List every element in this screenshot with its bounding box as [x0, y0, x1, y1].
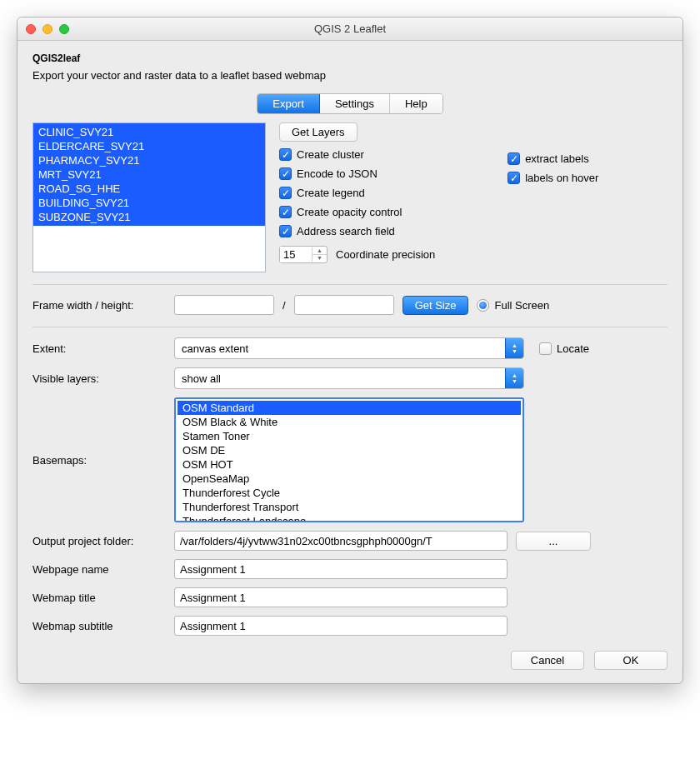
check-label: Address search field — [297, 225, 395, 237]
webpage-name-input[interactable] — [174, 559, 508, 579]
precision-stepper[interactable]: ▲▼ — [279, 246, 328, 263]
check-json[interactable]: ✓Encode to JSON — [279, 167, 508, 180]
webmap-title-input[interactable] — [174, 587, 508, 607]
layer-selection: CLINIC_SVY21 ELDERCARE_SVY21 PHARMACY_SV… — [33, 123, 265, 226]
footer: Cancel OK — [32, 651, 668, 670]
check-label: Create opacity control — [297, 206, 402, 218]
basemap-item[interactable]: Thunderforest Transport — [178, 500, 521, 514]
options: Get Layers ✓Create cluster ✓Encode to JS… — [279, 122, 668, 263]
checkbox-icon: ✓ — [279, 206, 292, 218]
output-folder-label: Output project folder: — [32, 535, 166, 547]
check-search[interactable]: ✓Address search field — [279, 225, 508, 237]
divider — [32, 284, 668, 285]
basemap-item[interactable]: Thunderforest Cycle — [178, 486, 521, 500]
visible-label: Visible layers: — [32, 372, 166, 385]
precision-input[interactable] — [280, 247, 312, 262]
webmap-subtitle-label: Webmap subtitle — [32, 620, 166, 632]
radio-icon — [477, 299, 489, 312]
check-labels-hover[interactable]: ✓labels on hover — [508, 172, 668, 184]
options-right: ✓extract labels ✓labels on hover — [508, 122, 668, 263]
basemaps-row: Basemaps: OSM Standard OSM Black & White… — [32, 397, 668, 522]
content: QGIS2leaf Export your vector and raster … — [18, 41, 682, 683]
frame-width-input[interactable] — [174, 295, 274, 315]
full-screen-label: Full Screen — [494, 299, 549, 312]
tab-help[interactable]: Help — [390, 94, 442, 113]
checkbox-icon: ✓ — [279, 187, 292, 199]
basemap-item[interactable]: OSM HOT — [178, 457, 521, 472]
check-label: extract labels — [525, 152, 589, 165]
check-cluster[interactable]: ✓Create cluster — [279, 148, 508, 161]
top-row: CLINIC_SVY21 ELDERCARE_SVY21 PHARMACY_SV… — [32, 122, 668, 272]
browse-button[interactable]: ... — [516, 532, 591, 551]
webmap-subtitle-input[interactable] — [174, 616, 508, 636]
get-size-button[interactable]: Get Size — [402, 296, 469, 315]
layer-list[interactable]: CLINIC_SVY21 ELDERCARE_SVY21 PHARMACY_SV… — [32, 122, 266, 272]
get-layers-button[interactable]: Get Layers — [279, 122, 358, 142]
output-folder-row: Output project folder: ... — [32, 531, 668, 551]
webpage-name-row: Webpage name — [32, 559, 668, 579]
layer-item[interactable]: PHARMACY_SVY21 — [38, 153, 260, 167]
tab-settings[interactable]: Settings — [320, 94, 390, 113]
frame-height-input[interactable] — [294, 295, 394, 315]
checkbox-icon — [539, 342, 552, 355]
check-label: Encode to JSON — [297, 167, 378, 180]
checkbox-icon: ✓ — [279, 167, 292, 180]
locate-check[interactable]: Locate — [539, 342, 589, 355]
precision-label: Coordinate precision — [336, 248, 435, 261]
titlebar: QGIS 2 Leaflet — [18, 17, 682, 41]
check-legend[interactable]: ✓Create legend — [279, 187, 508, 199]
locate-label: Locate — [557, 342, 589, 355]
layer-item[interactable]: CLINIC_SVY21 — [38, 125, 260, 139]
app-name: QGIS2leaf — [32, 52, 668, 64]
layer-item[interactable]: MRT_SVY21 — [38, 167, 260, 182]
visible-value: show all — [182, 372, 221, 385]
check-opacity[interactable]: ✓Create opacity control — [279, 206, 508, 218]
chevron-down-icon[interactable]: ▼ — [312, 255, 327, 262]
webpage-name-label: Webpage name — [32, 563, 166, 576]
layer-item[interactable]: SUBZONE_SVY21 — [38, 210, 260, 224]
webmap-title-row: Webmap title — [32, 587, 668, 607]
basemap-item[interactable]: Thunderforest Landscape — [178, 514, 521, 522]
precision-row: ▲▼ Coordinate precision — [279, 246, 508, 263]
checkbox-icon: ✓ — [508, 172, 520, 184]
full-screen-radio[interactable]: Full Screen — [477, 299, 549, 312]
basemap-item[interactable]: OSM Standard — [178, 401, 521, 415]
window-title: QGIS 2 Leaflet — [18, 22, 682, 35]
layer-item[interactable]: BUILDING_SVY21 — [38, 196, 260, 210]
tab-segment: Export Settings Help — [257, 93, 442, 114]
tab-bar: Export Settings Help — [32, 93, 668, 114]
ok-button[interactable]: OK — [594, 651, 668, 670]
checkbox-icon: ✓ — [508, 152, 520, 165]
frame-sep: / — [282, 299, 286, 312]
check-label: labels on hover — [525, 172, 598, 184]
checkbox-icon: ✓ — [279, 225, 292, 237]
check-label: Create cluster — [297, 148, 364, 161]
chevron-up-icon[interactable]: ▲ — [312, 247, 327, 255]
basemap-item[interactable]: OSM DE — [178, 443, 521, 457]
extent-select[interactable]: canvas extent ▲▼ — [174, 337, 524, 359]
layer-item[interactable]: ELDERCARE_SVY21 — [38, 139, 260, 153]
options-left: Get Layers ✓Create cluster ✓Encode to JS… — [279, 122, 508, 263]
basemap-item[interactable]: Stamen Toner — [178, 429, 521, 443]
basemaps-label: Basemaps: — [32, 454, 166, 467]
basemap-list[interactable]: OSM Standard OSM Black & White Stamen To… — [174, 397, 524, 522]
stepper-arrows[interactable]: ▲▼ — [312, 247, 327, 262]
cancel-button[interactable]: Cancel — [511, 651, 584, 670]
check-extract-labels[interactable]: ✓extract labels — [508, 152, 668, 165]
extent-label: Extent: — [32, 342, 166, 355]
basemap-item[interactable]: OpenSeaMap — [178, 472, 521, 486]
select-arrows-icon: ▲▼ — [505, 338, 523, 358]
output-folder-input[interactable] — [174, 531, 508, 551]
checkbox-icon: ✓ — [279, 148, 292, 161]
select-arrows-icon: ▲▼ — [505, 368, 523, 388]
tab-export[interactable]: Export — [258, 94, 320, 113]
frame-label: Frame width / height: — [32, 299, 166, 312]
layer-item[interactable]: ROAD_SG_HHE — [38, 182, 260, 196]
dialog-window: QGIS 2 Leaflet QGIS2leaf Export your vec… — [17, 17, 683, 684]
visible-row: Visible layers: show all ▲▼ — [32, 367, 668, 389]
webmap-subtitle-row: Webmap subtitle — [32, 616, 668, 636]
app-subtitle: Export your vector and raster data to a … — [32, 69, 668, 82]
extent-row: Extent: canvas extent ▲▼ Locate — [32, 337, 668, 359]
visible-select[interactable]: show all ▲▼ — [174, 367, 524, 389]
basemap-item[interactable]: OSM Black & White — [178, 415, 521, 429]
